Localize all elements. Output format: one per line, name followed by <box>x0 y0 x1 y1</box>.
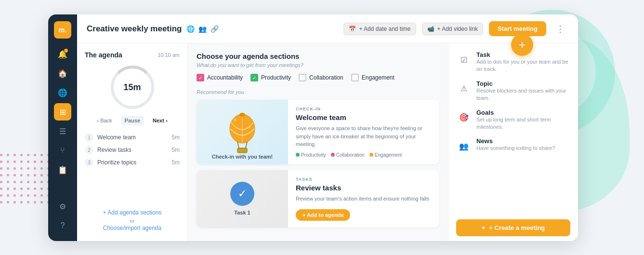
sections-title: Choose your agenda sections <box>197 52 439 60</box>
agenda-item-name: Prioritize topics <box>97 159 168 166</box>
task-checkmark-icon: ✓ <box>230 182 254 206</box>
agenda-item-number: 3 <box>85 158 93 167</box>
import-agenda-link[interactable]: Choose/import agenda <box>85 225 180 231</box>
checkbox-engagement-box <box>351 74 359 81</box>
illustration-text: Check-in with you team! <box>197 154 288 160</box>
agenda-item-duration: 5m <box>171 134 180 141</box>
agenda-item-name: Welcome team <box>97 134 168 141</box>
card-description: Give everyone a space to share how they'… <box>296 124 432 148</box>
card-title-tasks: Review tasks <box>296 184 432 192</box>
or-label: or <box>85 218 180 224</box>
checkbox-productivity-box: ✓ <box>250 74 258 81</box>
task-illustration-content: ✓ Task 1 <box>230 182 254 215</box>
add-video-button[interactable]: 📹 + Add video link <box>422 23 483 35</box>
card-desc-tasks: Review your team's action items and ensu… <box>296 195 432 203</box>
card-content-tasks: TASKS Review tasks Review your team's ac… <box>288 170 439 228</box>
right-item-news-content: News Have something exiting to share? <box>476 137 555 154</box>
right-item-topic[interactable]: ⚠ Topic Resolve blockers and issues with… <box>456 80 570 102</box>
topic-icon: ⚠ <box>456 81 472 96</box>
checkboxes-row: ✓ Accountability ✓ Productivity Collabor… <box>197 74 439 81</box>
link-icon: 🔗 <box>210 25 219 33</box>
card-tags: Productivity Collaboration Engagement <box>296 152 432 158</box>
card-illustration-tasks: ✓ Task 1 <box>197 170 288 228</box>
task-label: Task 1 <box>234 210 250 215</box>
agenda-item-name: Review tasks <box>97 147 168 153</box>
sidebar-icon-settings[interactable]: ⚙ <box>54 198 71 215</box>
header-icons: 🌐 👥 🔗 <box>186 25 219 33</box>
add-sections-link[interactable]: + Add agenda sections <box>85 209 180 216</box>
card-title: Welcome team <box>296 113 432 121</box>
card-welcome-team: Check-in with you team! CHECK-IN Welcome… <box>197 100 439 164</box>
sidebar-icon-help[interactable]: ? <box>54 217 71 234</box>
calendar-icon: 📅 <box>349 26 356 32</box>
agenda-item-number: 1 <box>85 133 93 142</box>
agenda-title: The agenda <box>85 51 122 59</box>
pause-button[interactable]: Pause <box>121 116 144 125</box>
agenda-item-duration: 5m <box>171 147 180 153</box>
more-options-button[interactable]: ⋮ <box>552 22 568 36</box>
tag-productivity: Productivity <box>296 152 326 158</box>
sidebar-icon-grid[interactable]: ⊞ <box>54 103 71 121</box>
agenda-item: 2 Review tasks 5m <box>85 146 180 154</box>
news-label: News <box>476 137 555 145</box>
sidebar-icon-branch[interactable]: ⑂ <box>54 142 71 159</box>
start-meeting-button[interactable]: Start meeting <box>489 21 546 36</box>
agenda-items: 1 Welcome team 5m 2 Review tasks 5m 3 Pr… <box>85 133 180 203</box>
task-icon: ☑ <box>456 52 472 67</box>
agenda-item-duration: 5m <box>171 159 180 166</box>
checkbox-accountability-box: ✓ <box>197 74 204 81</box>
agenda-footer: + Add agenda sections or Choose/import a… <box>85 209 180 233</box>
news-desc: Have something exiting to share? <box>476 145 555 152</box>
add-datetime-button[interactable]: 📅 + Add date and time <box>343 23 416 35</box>
agenda-item-number: 2 <box>85 146 93 154</box>
app-window: m. 🔔 🏠 🌐 ⊞ ☰ ⑂ 📋 ⚙ ? Creative weekly mee… <box>48 14 578 241</box>
right-item-news[interactable]: 👥 News Have something exiting to share? <box>456 137 570 154</box>
header-actions: 📅 + Add date and time 📹 + Add video link… <box>343 21 568 36</box>
right-item-goals[interactable]: 🎯 Goals Set up long term and short term … <box>456 109 570 131</box>
sidebar-icon-notifications[interactable]: 🔔 <box>54 45 71 63</box>
timer-circle: 15m <box>111 66 154 109</box>
people-icon: 👥 <box>198 25 207 33</box>
agenda-item: 1 Welcome team 5m <box>85 133 180 142</box>
tag-collaboration: Collaboration <box>331 152 365 158</box>
timer-value: 15m <box>123 82 141 93</box>
card-tag: CHECK-IN <box>296 107 432 111</box>
logo[interactable]: m. <box>54 21 71 39</box>
create-meeting-button[interactable]: + + Create a meeting <box>456 219 570 236</box>
back-button[interactable]: ‹ Back <box>93 116 116 125</box>
sidebar-icon-clipboard[interactable]: 📋 <box>54 161 71 178</box>
body-layout: The agenda 10:10 am 15m ‹ Back Pause Nex… <box>77 43 578 241</box>
tag-engagement: Engagement <box>369 152 402 158</box>
right-panel: ☑ Task Add to dos for you or your team a… <box>448 43 578 241</box>
next-button[interactable]: Next › <box>149 116 171 125</box>
header: Creative weekly meeting 🌐 👥 🔗 📅 + Add da… <box>77 14 578 43</box>
agenda-panel: The agenda 10:10 am 15m ‹ Back Pause Nex… <box>77 43 188 241</box>
card-review-tasks: ✓ Task 1 TASKS Review tasks Review your … <box>197 170 439 228</box>
add-to-agenda-button[interactable]: + Add to agenda <box>296 209 350 221</box>
plus-icon: + <box>482 224 486 231</box>
sidebar-icon-home[interactable]: 🏠 <box>54 65 71 82</box>
dot-green <box>296 153 300 157</box>
checkbox-collaboration-box <box>299 74 306 81</box>
right-panel-items: ☑ Task Add to dos for you or your team a… <box>448 43 578 215</box>
checkbox-productivity[interactable]: ✓ Productivity <box>250 74 291 81</box>
fab-plus-button[interactable]: + <box>511 34 533 56</box>
checkbox-collaboration[interactable]: Collaboration <box>299 74 343 81</box>
sections-panel: Choose your agenda sections What do you … <box>188 43 448 241</box>
main-content: Creative weekly meeting 🌐 👥 🔗 📅 + Add da… <box>77 14 578 241</box>
dot-orange <box>369 153 373 157</box>
right-item-topic-content: Topic Resolve blockers and issues with y… <box>476 80 570 102</box>
agenda-header: The agenda 10:10 am <box>85 51 180 59</box>
recommend-label: Recommend for you <box>197 89 439 95</box>
goals-desc: Set up long term and short term mileston… <box>476 116 570 131</box>
right-item-task[interactable]: ☑ Task Add to dos for you or your team a… <box>456 51 570 73</box>
checkbox-engagement[interactable]: Engagement <box>351 74 394 81</box>
task-desc: Add to dos for you or your team and be o… <box>476 58 570 73</box>
checkbox-accountability[interactable]: ✓ Accountability <box>197 74 243 81</box>
meeting-title: Creative weekly meeting <box>87 24 182 34</box>
svg-point-7 <box>249 126 250 128</box>
sidebar-icon-global[interactable]: 🌐 <box>54 84 71 101</box>
sidebar-icon-list[interactable]: ☰ <box>54 122 71 140</box>
balloon-illustration <box>225 110 259 154</box>
news-icon: 👥 <box>456 138 472 154</box>
